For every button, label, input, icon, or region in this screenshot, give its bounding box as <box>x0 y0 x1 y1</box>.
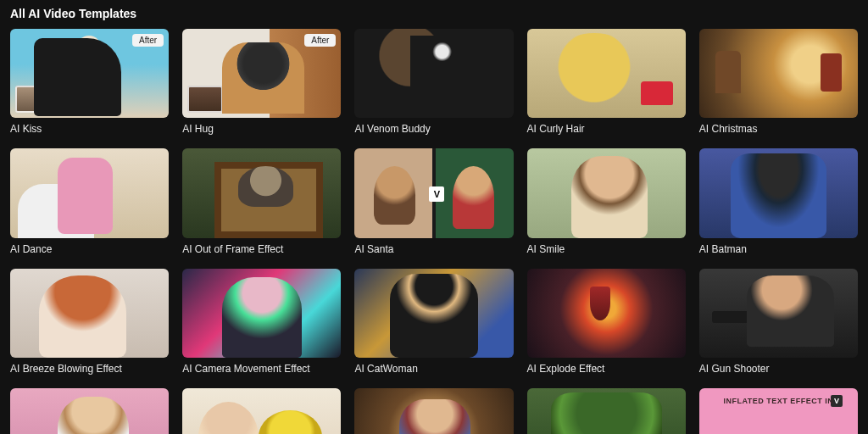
template-label: AI Christmas <box>699 123 858 135</box>
template-label: AI Batman <box>699 243 858 255</box>
template-label: AI Curly Hair <box>527 123 686 135</box>
template-label: AI Hug <box>182 123 341 135</box>
template-label: AI Dance <box>10 243 169 255</box>
template-thumbnail <box>182 388 341 434</box>
template-thumbnail <box>354 29 513 118</box>
template-label: AI Camera Movement Effect <box>182 363 341 375</box>
template-card[interactable]: AI Explode Effect <box>527 269 686 375</box>
v-badge-icon: V <box>429 186 444 202</box>
template-card[interactable]: AI Batman <box>699 148 858 254</box>
template-card[interactable]: AI Christmas <box>699 29 858 135</box>
template-card[interactable]: AI CatWoman <box>354 269 513 375</box>
template-thumbnail: After <box>10 29 169 118</box>
after-badge: After <box>304 34 336 47</box>
v-badge-icon: V <box>831 395 843 407</box>
template-card[interactable]: AI Breeze Blowing Effect <box>10 269 169 375</box>
template-thumbnail <box>354 269 513 358</box>
template-label: AI Kiss <box>10 123 169 135</box>
template-thumbnail: V <box>699 388 858 434</box>
template-thumbnail <box>182 269 341 358</box>
template-label: AI Explode Effect <box>527 363 686 375</box>
template-label: AI Breeze Blowing Effect <box>10 363 169 375</box>
template-label: AI Gun Shooter <box>699 363 858 375</box>
template-thumbnail <box>699 29 858 118</box>
template-card[interactable]: AI Dance <box>10 148 169 254</box>
template-card[interactable] <box>354 388 513 434</box>
template-card[interactable]: After AI Kiss <box>10 29 169 135</box>
template-card[interactable]: AI Camera Movement Effect <box>182 269 341 375</box>
template-thumbnail <box>10 269 169 358</box>
template-card[interactable]: V AI Santa <box>354 148 513 254</box>
template-thumbnail <box>10 148 169 237</box>
template-card[interactable] <box>527 388 686 434</box>
template-label: AI Venom Buddy <box>354 123 513 135</box>
template-label: AI Smile <box>527 243 686 255</box>
template-card[interactable]: AI Gun Shooter <box>699 269 858 375</box>
template-grid: After AI Kiss After AI Hug AI Venom Budd… <box>10 29 858 434</box>
template-thumbnail <box>527 148 686 237</box>
template-thumbnail <box>699 148 858 237</box>
before-inset <box>15 86 51 113</box>
template-card[interactable] <box>10 388 169 434</box>
template-card[interactable]: V <box>699 388 858 434</box>
template-card[interactable]: AI Curly Hair <box>527 29 686 135</box>
template-thumbnail <box>527 269 686 358</box>
template-card[interactable]: AI Venom Buddy <box>354 29 513 135</box>
template-card[interactable]: AI Smile <box>527 148 686 254</box>
template-thumbnail <box>527 29 686 118</box>
template-thumbnail: V <box>354 148 513 237</box>
template-label: AI Out of Frame Effect <box>182 243 341 255</box>
template-label: AI CatWoman <box>354 363 513 375</box>
template-thumbnail <box>699 269 858 358</box>
template-card[interactable] <box>182 388 341 434</box>
template-thumbnail <box>182 148 341 237</box>
before-inset <box>187 86 223 113</box>
template-thumbnail <box>354 388 513 434</box>
template-thumbnail: After <box>182 29 341 118</box>
template-card[interactable]: AI Out of Frame Effect <box>182 148 341 254</box>
template-card[interactable]: After AI Hug <box>182 29 341 135</box>
section-title: All AI Video Templates <box>10 7 858 20</box>
template-thumbnail <box>527 388 686 434</box>
after-badge: After <box>132 34 164 47</box>
template-label: AI Santa <box>354 243 513 255</box>
template-thumbnail <box>10 388 169 434</box>
